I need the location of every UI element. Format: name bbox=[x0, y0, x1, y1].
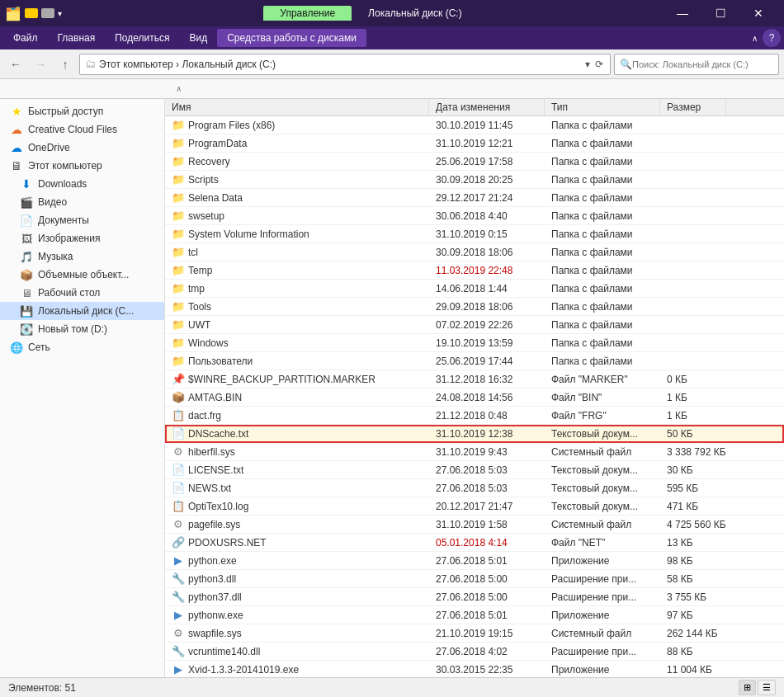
forward-button[interactable]: → bbox=[30, 54, 51, 75]
table-row[interactable]: 📁 Tools 29.09.2018 18:06 Папка с файлами bbox=[165, 298, 784, 316]
menu-file[interactable]: Файл bbox=[3, 29, 48, 47]
sidebar-item-network[interactable]: 🌐 Сеть bbox=[0, 338, 164, 356]
address-bar[interactable]: 🗂 Этот компьютер › Локальный диск (C:) ▾… bbox=[79, 54, 611, 75]
file-name-cell: 📄 DNScache.txt bbox=[165, 427, 429, 440]
sidebar-item-thispc[interactable]: 🖥 Этот компьютер bbox=[0, 157, 164, 175]
file-modified-cell: 30.06.2018 4:40 bbox=[429, 210, 545, 222]
table-row[interactable]: 📁 UWT 07.02.2019 22:26 Папка с файлами bbox=[165, 316, 784, 334]
sidebar-item-onedrive[interactable]: ☁ OneDrive bbox=[0, 139, 164, 157]
address-dropdown-button[interactable]: ▾ bbox=[583, 57, 592, 72]
sidebar-item-3d[interactable]: 📦 Объемные объект... bbox=[0, 266, 164, 284]
col-header-name[interactable]: Имя bbox=[165, 99, 429, 115]
table-row[interactable]: 🔧 vcruntime140.dll 27.06.2018 4:02 Расши… bbox=[165, 643, 784, 661]
file-icon: 📁 bbox=[172, 137, 185, 150]
file-modified-cell: 29.12.2017 21:24 bbox=[429, 192, 545, 204]
table-row[interactable]: ▶ Xvid-1.3.3-20141019.exe 30.03.2015 22:… bbox=[165, 661, 784, 677]
table-row[interactable]: ▶ python.exe 27.06.2018 5:01 Приложение … bbox=[165, 552, 784, 570]
quick-icon-1[interactable] bbox=[25, 8, 38, 18]
status-bar: Элементов: 51 ⊞ ☰ bbox=[0, 677, 784, 697]
table-row[interactable]: 📦 AMTAG.BIN 24.08.2018 14:56 Файл "BIN" … bbox=[165, 389, 784, 407]
table-row[interactable]: 📁 Recovery 25.06.2019 17:58 Папка с файл… bbox=[165, 153, 784, 171]
view-list-button[interactable]: ⊞ bbox=[739, 680, 756, 695]
menu-tools[interactable]: Средства работы с дисками bbox=[217, 29, 366, 47]
table-row[interactable]: 📁 System Volume Information 31.10.2019 0… bbox=[165, 225, 784, 243]
help-button[interactable]: ? bbox=[763, 29, 781, 47]
table-row[interactable]: ⚙ hiberfil.sys 31.10.2019 9:43 Системный… bbox=[165, 443, 784, 461]
file-modified-cell: 27.06.2018 5:03 bbox=[429, 483, 545, 494]
maximize-button[interactable]: ☐ bbox=[701, 0, 739, 26]
table-row[interactable]: ▶ pythonw.exe 27.06.2018 5:01 Приложение… bbox=[165, 606, 784, 624]
file-modified-cell: 30.03.2015 22:35 bbox=[429, 664, 545, 676]
file-size-cell: 50 КБ bbox=[660, 428, 726, 440]
file-name: AMTAG.BIN bbox=[188, 392, 242, 403]
sidebar-label-new-volume: Новый том (D:) bbox=[38, 323, 107, 335]
quick-icon-2[interactable] bbox=[41, 8, 54, 18]
table-row[interactable]: 📁 Пользователи 25.06.2019 17:44 Папка с … bbox=[165, 352, 784, 370]
sidebar-label-quick-access: Быстрый доступ bbox=[28, 106, 103, 117]
table-row[interactable]: 📋 dact.frg 21.12.2018 0:48 Файл "FRG" 1 … bbox=[165, 407, 784, 425]
search-input[interactable] bbox=[632, 59, 773, 69]
file-icon: ⚙ bbox=[172, 627, 185, 640]
table-row[interactable]: 📋 OptiTex10.log 20.12.2017 21:47 Текстов… bbox=[165, 497, 784, 516]
table-row[interactable]: 📁 Scripts 30.09.2018 20:25 Папка с файла… bbox=[165, 171, 784, 189]
col-header-type[interactable]: Тип bbox=[545, 99, 660, 115]
table-row[interactable]: 📁 swsetup 30.06.2018 4:40 Папка с файлам… bbox=[165, 207, 784, 225]
file-type-cell: Расширение при... bbox=[545, 573, 660, 585]
refresh-button[interactable]: ⟳ bbox=[593, 57, 605, 72]
table-row[interactable]: 🔗 PDOXUSRS.NET 05.01.2018 4:14 Файл "NET… bbox=[165, 534, 784, 552]
file-name: vcruntime140.dll bbox=[188, 646, 260, 657]
title-bar: 🗂️ ▾ Управление Локальный диск (C:) — ☐ … bbox=[0, 0, 784, 26]
file-name: Scripts bbox=[188, 174, 219, 186]
sidebar-item-local-disk[interactable]: 💾 Локальный диск (С... bbox=[0, 302, 164, 320]
table-row[interactable]: 📁 Program Files (x86) 30.10.2019 11:45 П… bbox=[165, 116, 784, 134]
file-size-cell: 1 КБ bbox=[660, 392, 726, 403]
col-header-size[interactable]: Размер bbox=[660, 99, 726, 115]
sort-up-arrow[interactable]: ∧ bbox=[171, 84, 187, 93]
table-row[interactable]: 🔧 python3.dll 27.06.2018 5:00 Расширение… bbox=[165, 570, 784, 588]
sidebar-item-quick-access[interactable]: ★ Быстрый доступ bbox=[0, 102, 164, 120]
table-row[interactable]: 📁 tcl 30.09.2018 18:06 Папка с файлами bbox=[165, 243, 784, 261]
table-row[interactable]: 📄 LICENSE.txt 27.06.2018 5:03 Текстовый … bbox=[165, 461, 784, 479]
file-size-cell: 262 144 КБ bbox=[660, 628, 726, 639]
table-row[interactable]: 📁 Windows 19.10.2019 13:59 Папка с файла… bbox=[165, 334, 784, 352]
table-row[interactable]: 📁 Selena Data 29.12.2017 21:24 Папка с ф… bbox=[165, 189, 784, 207]
back-button[interactable]: ← bbox=[5, 54, 26, 75]
col-header-modified[interactable]: Дата изменения bbox=[429, 99, 545, 115]
sidebar-item-music[interactable]: 🎵 Музыка bbox=[0, 247, 164, 266]
view-detail-button[interactable]: ☰ bbox=[758, 680, 776, 695]
menu-share[interactable]: Поделиться bbox=[105, 29, 179, 47]
table-row[interactable]: 📄 NEWS.txt 27.06.2018 5:03 Текстовый док… bbox=[165, 479, 784, 497]
search-bar[interactable]: 🔍 bbox=[614, 54, 779, 75]
table-row[interactable]: 📁 tmp 14.06.2018 1:44 Папка с файлами bbox=[165, 280, 784, 298]
table-row[interactable]: 🔧 python37.dll 27.06.2018 5:00 Расширени… bbox=[165, 588, 784, 606]
table-row[interactable]: 📌 $WINRE_BACKUP_PARTITION.MARKER 31.12.2… bbox=[165, 370, 784, 389]
sidebar-item-images[interactable]: 🖼 Изображения bbox=[0, 229, 164, 247]
file-type-cell: Текстовый докум... bbox=[545, 464, 660, 476]
table-row[interactable]: 📁 ProgramData 31.10.2019 12:21 Папка с ф… bbox=[165, 134, 784, 153]
sidebar-item-video[interactable]: 🎬 Видео bbox=[0, 193, 164, 211]
file-name-cell: 📁 Пользователи bbox=[165, 355, 429, 368]
sidebar-item-desktop[interactable]: 🖥 Рабочий стол bbox=[0, 284, 164, 302]
title-bar-left: 🗂️ ▾ bbox=[7, 7, 62, 20]
file-name-cell: 📁 ProgramData bbox=[165, 137, 429, 150]
minimize-button[interactable]: — bbox=[664, 0, 701, 26]
file-modified-cell: 25.06.2019 17:58 bbox=[429, 156, 545, 167]
file-icon: ⚙ bbox=[172, 518, 185, 531]
table-row[interactable]: ⚙ pagefile.sys 31.10.2019 1:58 Системный… bbox=[165, 516, 784, 534]
table-row[interactable]: 📁 Temp 11.03.2019 22:48 Папка с файлами bbox=[165, 261, 784, 280]
file-name: pythonw.exe bbox=[188, 610, 243, 621]
table-row[interactable]: ⚙ swapfile.sys 21.10.2019 19:15 Системны… bbox=[165, 624, 784, 643]
menu-home[interactable]: Главная bbox=[48, 29, 106, 47]
sidebar-item-creative-cloud[interactable]: ☁ Creative Cloud Files bbox=[0, 120, 164, 139]
up-button[interactable]: ↑ bbox=[54, 54, 76, 75]
file-type-cell: Папка с файлами bbox=[545, 247, 660, 258]
sidebar-item-documents[interactable]: 📄 Документы bbox=[0, 211, 164, 229]
close-button[interactable]: ✕ bbox=[739, 0, 777, 26]
sidebar-item-new-volume[interactable]: 💽 Новый том (D:) bbox=[0, 320, 164, 338]
menu-view[interactable]: Вид bbox=[179, 29, 217, 47]
manage-tab[interactable]: Управление bbox=[263, 6, 352, 21]
sidebar-item-downloads[interactable]: ⬇ Downloads bbox=[0, 175, 164, 193]
menu-chevron[interactable]: ∧ bbox=[752, 34, 758, 43]
file-name-cell: ▶ python.exe bbox=[165, 554, 429, 567]
table-row[interactable]: 📄 DNScache.txt 31.10.2019 12:38 Текстовы… bbox=[165, 425, 784, 443]
